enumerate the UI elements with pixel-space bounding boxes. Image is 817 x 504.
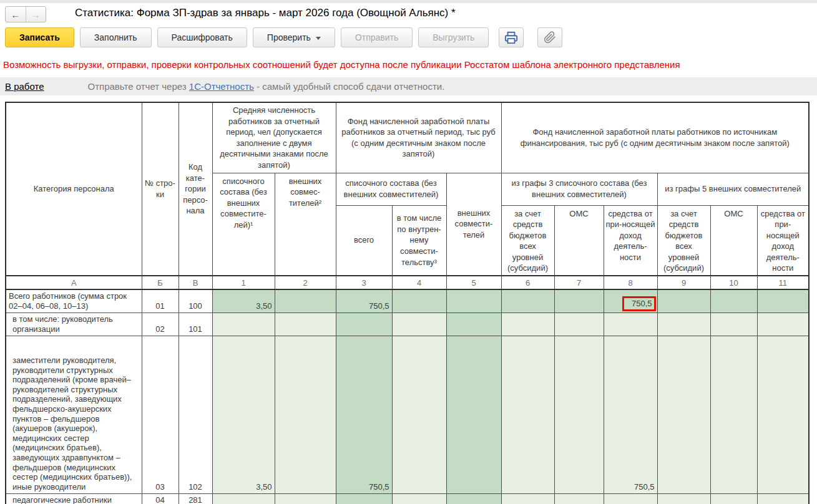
data-cell-c3[interactable]: 750,5 — [336, 336, 392, 494]
data-cell-c5[interactable] — [446, 289, 501, 313]
send-button[interactable]: Отправить — [341, 27, 413, 47]
letter-cell: 3 — [336, 276, 392, 289]
save-button[interactable]: Записать — [5, 27, 74, 47]
data-cell-c3[interactable] — [336, 494, 392, 504]
data-cell-c7[interactable] — [554, 313, 604, 336]
data-cell-c6[interactable] — [501, 494, 554, 504]
data-cell-c7[interactable] — [554, 336, 604, 494]
header-col11: средства от при-носящей доход деятель-но… — [757, 205, 809, 276]
back-button[interactable]: ← — [6, 7, 26, 22]
category-cell[interactable]: в том числе: руководитель организации — [6, 313, 142, 336]
code-cell[interactable]: 281 — [179, 494, 212, 504]
selected-cell[interactable]: 750,5 — [604, 289, 657, 313]
category-cell[interactable]: Всего работников (сумма строк 02–04, 06–… — [6, 289, 142, 313]
data-cell-c1[interactable]: 3,50 — [212, 289, 275, 313]
data-cell-c1[interactable]: 3,50 — [212, 336, 275, 494]
table-row-02: в том числе: руководитель организации 02… — [6, 313, 809, 336]
data-cell-c9[interactable] — [657, 313, 710, 336]
data-cell-c2[interactable] — [275, 289, 336, 313]
status-state-link[interactable]: В работе — [5, 81, 44, 92]
window-top-strip — [0, 0, 817, 3]
header-line-no: № стро-ки — [142, 102, 179, 276]
header-col8: средства от при-носящей доход деятель-но… — [604, 205, 657, 276]
data-cell-c4[interactable] — [392, 336, 446, 494]
report-table-container: Категория персонала № стро-ки Код кате-г… — [5, 102, 813, 504]
line-number-cell[interactable]: 01 — [142, 289, 179, 313]
data-cell-c9[interactable] — [657, 289, 710, 313]
hint-text-before: Отправьте отчет через — [88, 81, 189, 92]
letter-cell: 1 — [212, 276, 275, 289]
page-title: Статистика: Форма ЗП-здрав за январь - м… — [75, 7, 456, 19]
data-cell-c7[interactable] — [554, 494, 604, 504]
attachments-button[interactable] — [537, 27, 562, 47]
letter-cell: В — [179, 276, 212, 289]
fill-button[interactable]: Заполнить — [80, 27, 152, 47]
data-cell-c10[interactable] — [710, 289, 757, 313]
data-cell-c8[interactable] — [604, 494, 657, 504]
data-cell-c2[interactable] — [275, 313, 336, 336]
header-group-avg-headcount: Средняя численность работников за отчетн… — [212, 102, 336, 173]
data-cell-c8[interactable] — [604, 313, 657, 336]
line-number-cell[interactable]: 02 — [142, 313, 179, 336]
data-cell-c8[interactable]: 750,5 — [604, 336, 657, 494]
data-cell-c9[interactable] — [657, 494, 710, 504]
code-cell[interactable]: 102 — [179, 336, 212, 494]
forward-button[interactable]: → — [26, 7, 46, 22]
print-button[interactable] — [499, 27, 524, 47]
data-cell-c10[interactable] — [710, 313, 757, 336]
code-cell[interactable]: 101 — [179, 313, 212, 336]
data-cell-c3[interactable] — [336, 313, 392, 336]
data-cell-c4[interactable] — [392, 313, 446, 336]
data-cell-c2[interactable] — [275, 494, 336, 504]
data-cell-c4[interactable] — [392, 494, 446, 504]
unload-button[interactable]: Выгрузить — [418, 27, 489, 47]
header-code: Код кате-гории персо-нала — [179, 102, 212, 276]
chevron-down-icon — [316, 37, 321, 40]
data-cell-c6[interactable] — [501, 289, 554, 313]
data-cell-c6[interactable] — [501, 313, 554, 336]
data-cell-c1[interactable] — [212, 313, 275, 336]
column-letters-row: А Б В 1 2 3 4 5 6 7 8 9 10 11 — [6, 276, 809, 289]
header-col5: внешних совмести-телей — [446, 173, 501, 276]
category-cell[interactable]: заместители руководителя, руководители с… — [6, 336, 142, 494]
data-cell-c4[interactable] — [392, 289, 446, 313]
table-row-01-total: Всего работников (сумма строк 02–04, 06–… — [6, 289, 809, 313]
data-cell-c3[interactable]: 750,5 — [336, 289, 392, 313]
header-col7: ОМС — [554, 205, 604, 276]
check-button[interactable]: Проверить — [253, 27, 335, 47]
paperclip-icon — [544, 31, 556, 44]
decipher-button[interactable]: Расшифровать — [157, 27, 247, 47]
status-hint: Отправьте отчет через 1С-Отчетность - са… — [88, 81, 445, 92]
letter-cell: 5 — [446, 276, 501, 289]
category-cell[interactable]: педагогические работники — [6, 494, 142, 504]
code-cell[interactable]: 100 — [179, 289, 212, 313]
data-cell-c11[interactable] — [757, 494, 809, 504]
data-cell-c2[interactable] — [275, 336, 336, 494]
1c-reporting-link[interactable]: 1С-Отчетность — [189, 81, 254, 92]
header-col4: в том числе по внутрен-нему совмести-тел… — [392, 205, 446, 276]
data-cell-c11[interactable] — [757, 336, 809, 494]
header-category: Категория персонала — [6, 102, 142, 276]
report-table: Категория персонала № стро-ки Код кате-г… — [5, 102, 810, 504]
data-cell-c5[interactable] — [446, 313, 501, 336]
header-col3: всего — [336, 205, 392, 276]
header-sub-from-col3: из графы 3 списочного состава (без внешн… — [501, 173, 657, 205]
data-cell-c10[interactable] — [710, 336, 757, 494]
data-cell-c11[interactable] — [757, 289, 809, 313]
line-number-cell[interactable]: 03 — [142, 336, 179, 494]
letter-cell: 10 — [710, 276, 757, 289]
data-cell-c7[interactable] — [554, 289, 604, 313]
letter-cell: 6 — [501, 276, 554, 289]
header-col2: внешних совмес-тителей² — [275, 173, 336, 276]
data-cell-c11[interactable] — [757, 313, 809, 336]
data-cell-c10[interactable] — [710, 494, 757, 504]
header-col9: за счет средств бюджетов всех уровней (с… — [657, 205, 710, 276]
status-bar: В работе Отправьте отчет через 1С-Отчетн… — [0, 77, 817, 95]
line-number-cell[interactable]: 04 — [142, 494, 179, 504]
data-cell-c5[interactable] — [446, 494, 501, 504]
data-cell-c5[interactable] — [446, 336, 501, 494]
data-cell-c1[interactable] — [212, 494, 275, 504]
data-cell-c9[interactable] — [657, 336, 710, 494]
letter-cell: 9 — [657, 276, 710, 289]
data-cell-c6[interactable] — [501, 336, 554, 494]
